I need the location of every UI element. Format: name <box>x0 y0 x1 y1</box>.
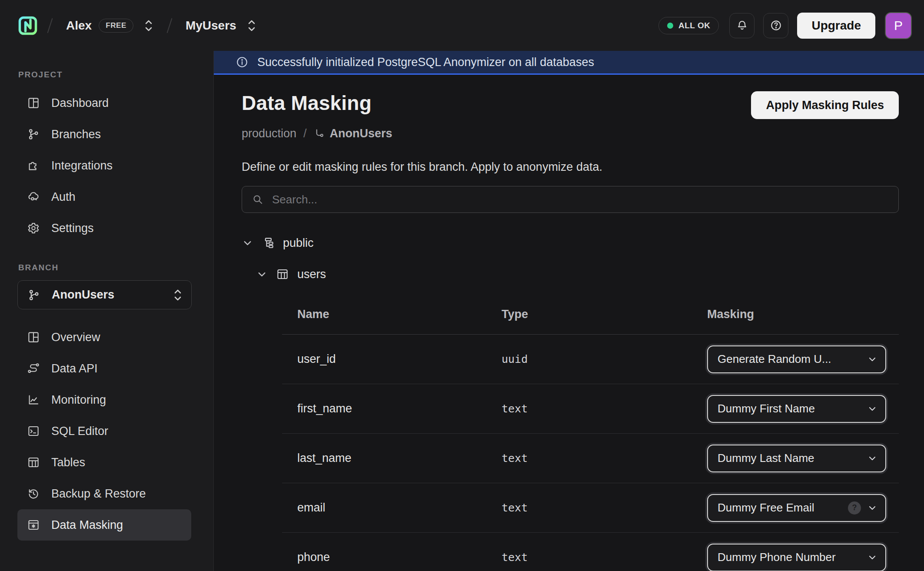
status-pill[interactable]: ALL OK <box>658 17 719 34</box>
sidebar-item-label: Tables <box>51 456 85 469</box>
history-icon <box>27 487 40 500</box>
branch-selector-label: AnonUsers <box>52 288 158 302</box>
column-header-name: Name <box>297 308 502 321</box>
chevron-updown-icon <box>144 19 153 33</box>
search-icon <box>252 193 264 206</box>
neon-logo[interactable] <box>17 15 38 36</box>
success-banner: Successfully initialized PostgreSQL Anon… <box>214 51 924 75</box>
breadcrumb-separator: / <box>303 127 307 140</box>
columns-table: Name Type Masking user_id uuid Generate … <box>282 296 899 571</box>
breadcrumb-branch[interactable]: AnonUsers <box>314 127 392 140</box>
chevron-updown-icon <box>247 19 256 33</box>
bell-icon <box>736 19 748 32</box>
masking-select-value: Dummy Free Email <box>718 501 842 515</box>
status-dot-icon <box>667 23 673 29</box>
question-icon <box>770 19 782 32</box>
sidebar-item-label: Overview <box>51 331 100 344</box>
project-name: MyUsers <box>186 19 236 33</box>
help-button[interactable] <box>763 13 788 38</box>
masking-select[interactable]: Dummy Last Name <box>707 445 886 472</box>
column-type: text <box>502 402 707 415</box>
project-switcher[interactable]: MyUsers <box>181 15 261 36</box>
schema-icon <box>262 236 275 249</box>
tree-schema-label: public <box>283 236 314 250</box>
masking-select-value: Generate Random U... <box>718 352 861 366</box>
sidebar-item-integrations[interactable]: Integrations <box>17 150 191 181</box>
breadcrumb: production / AnonUsers <box>242 127 899 140</box>
masking-select[interactable]: Dummy First Name <box>707 395 886 423</box>
topbar-divider <box>47 18 53 33</box>
breadcrumb-branch-label: AnonUsers <box>330 127 392 140</box>
sidebar-item-data-api[interactable]: Data API <box>17 353 191 384</box>
sidebar-item-label: Integrations <box>51 159 113 173</box>
sidebar-item-label: Data API <box>51 362 98 375</box>
apply-masking-rules-button[interactable]: Apply Masking Rules <box>751 91 899 119</box>
table-icon <box>276 268 289 281</box>
sidebar-item-backup-restore[interactable]: Backup & Restore <box>17 478 191 509</box>
gear-icon <box>27 222 40 235</box>
branch-icon <box>27 289 40 302</box>
sidebar-item-dashboard[interactable]: Dashboard <box>17 87 191 119</box>
masking-select-value: Dummy Last Name <box>718 451 861 465</box>
sidebar-item-label: Branches <box>51 128 101 141</box>
chevron-down-icon <box>867 503 877 513</box>
search-input[interactable] <box>271 193 889 207</box>
monitoring-icon <box>27 393 40 406</box>
main-panel: Successfully initialized PostgreSQL Anon… <box>214 51 924 571</box>
masking-select-value: Dummy Phone Number <box>718 551 861 564</box>
help-badge[interactable]: ? <box>848 501 861 515</box>
schema-tree: public users <box>242 233 899 284</box>
column-name: phone <box>297 551 502 564</box>
topbar: Alex FREE MyUsers ALL OK Upgrade P <box>0 0 924 51</box>
sidebar-section-project: PROJECT <box>18 70 213 80</box>
data-masking-icon <box>27 518 40 531</box>
sidebar-item-monitoring[interactable]: Monitoring <box>17 384 191 415</box>
page-header: Data Masking Apply Masking Rules <box>242 91 899 119</box>
sidebar-item-label: Auth <box>51 190 76 204</box>
breadcrumb-parent[interactable]: production <box>242 127 296 140</box>
masking-select[interactable]: Dummy Phone Number <box>707 544 886 571</box>
chevron-down-icon <box>242 237 253 249</box>
table-row: last_name text Dummy Last Name <box>282 434 899 483</box>
page-description: Define or edit masking rules for this br… <box>242 160 899 174</box>
sidebar-item-tables[interactable]: Tables <box>17 447 191 478</box>
sidebar-section-branch: BRANCH <box>18 263 213 272</box>
topbar-divider <box>166 18 172 33</box>
sidebar-item-label: Monitoring <box>51 393 106 407</box>
notifications-button[interactable] <box>729 13 754 38</box>
column-name: user_id <box>297 352 502 366</box>
column-header-type: Type <box>502 308 707 321</box>
masking-select[interactable]: Generate Random U... <box>707 345 886 373</box>
column-type: text <box>502 551 707 564</box>
sidebar-item-label: Data Masking <box>51 518 123 532</box>
chevron-down-icon <box>256 269 268 280</box>
column-name: last_name <box>297 451 502 465</box>
branch-selector[interactable]: AnonUsers <box>17 280 192 309</box>
sidebar-item-auth[interactable]: Auth <box>17 181 191 212</box>
sidebar-item-data-masking[interactable]: Data Masking <box>17 509 191 541</box>
avatar[interactable]: P <box>885 12 912 39</box>
sidebar-item-branches[interactable]: Branches <box>17 119 191 150</box>
column-name: first_name <box>297 402 502 415</box>
tree-node-table[interactable]: users <box>256 264 899 284</box>
column-type: uuid <box>502 353 707 365</box>
branches-icon <box>27 128 40 141</box>
column-type: text <box>502 452 707 465</box>
plan-badge: FREE <box>99 19 133 33</box>
branch-items: Overview Data API Monitoring <box>0 322 213 541</box>
sql-editor-icon <box>27 425 40 438</box>
sidebar-item-label: SQL Editor <box>51 425 108 438</box>
org-switcher[interactable]: Alex FREE <box>62 15 158 36</box>
sidebar-item-label: Backup & Restore <box>51 487 146 501</box>
status-label: ALL OK <box>678 21 710 30</box>
upgrade-button[interactable]: Upgrade <box>797 13 875 39</box>
tree-node-schema[interactable]: public <box>242 233 899 253</box>
search-box <box>242 186 899 213</box>
sidebar-item-sql-editor[interactable]: SQL Editor <box>17 415 191 447</box>
sidebar-item-settings[interactable]: Settings <box>17 212 191 244</box>
sidebar-item-overview[interactable]: Overview <box>17 322 191 353</box>
table-header: Name Type Masking <box>282 296 899 335</box>
sidebar: PROJECT Dashboard Branches Integrations <box>0 51 214 571</box>
masking-select[interactable]: Dummy Free Email ? <box>707 494 886 522</box>
masking-select-value: Dummy First Name <box>718 402 861 415</box>
